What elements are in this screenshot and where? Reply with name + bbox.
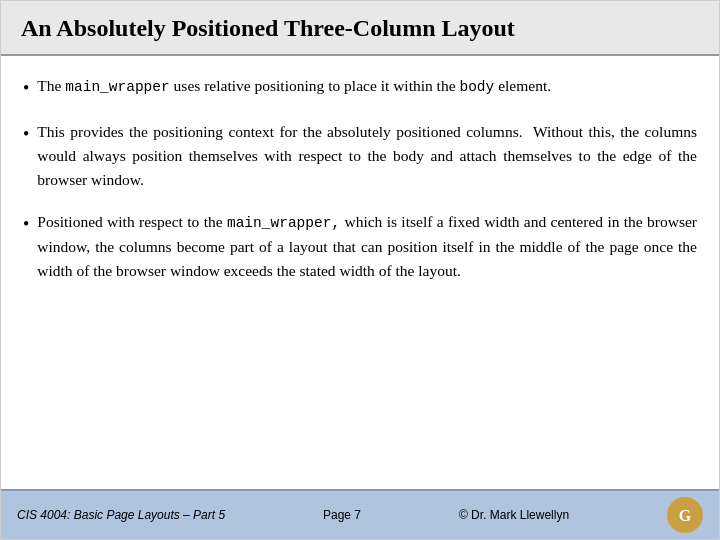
footer-logo: G [667, 497, 703, 533]
code-main-wrapper-1: main_wrapper [65, 79, 169, 95]
slide-container: An Absolutely Positioned Three-Column La… [0, 0, 720, 540]
slide-title: An Absolutely Positioned Three-Column La… [21, 15, 699, 42]
slide-title-bar: An Absolutely Positioned Three-Column La… [1, 1, 719, 56]
bullet-text-2: This provides the positioning context fo… [37, 120, 697, 192]
bullet-dot-2: • [23, 121, 29, 148]
slide-content: • The main_wrapper uses relative positio… [1, 56, 719, 489]
bullet-dot-1: • [23, 75, 29, 102]
footer-course: CIS 4004: Basic Page Layouts – Part 5 [17, 508, 225, 522]
footer-copyright: © Dr. Mark Llewellyn [459, 508, 569, 522]
bullet-item-3: • Positioned with respect to the main_wr… [23, 210, 697, 283]
slide-footer: CIS 4004: Basic Page Layouts – Part 5 Pa… [1, 489, 719, 539]
svg-text:G: G [679, 507, 692, 524]
bullet-dot-3: • [23, 211, 29, 238]
bullet-text-3: Positioned with respect to the main_wrap… [37, 210, 697, 283]
footer-page: Page 7 [323, 508, 361, 522]
bullet-item-1: • The main_wrapper uses relative positio… [23, 74, 697, 102]
code-main-wrapper-2: main_wrapper, [227, 215, 340, 231]
bullet-text-1: The main_wrapper uses relative positioni… [37, 74, 551, 98]
logo-icon: G [670, 500, 700, 530]
bullet-item-2: • This provides the positioning context … [23, 120, 697, 192]
code-body: body [459, 79, 494, 95]
